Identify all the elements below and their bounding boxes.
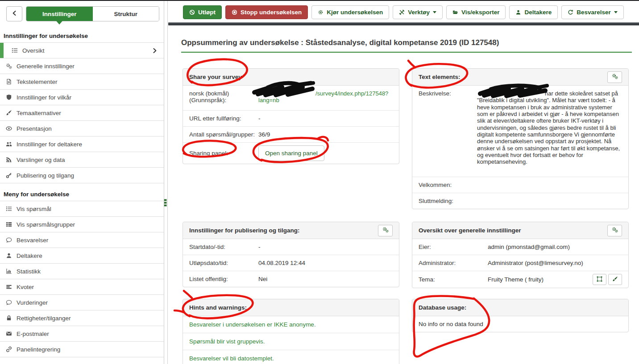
sidebar-item-temaalternativer[interactable]: Temaalternativer [0,105,164,121]
file-text-icon [6,79,12,85]
sidebar-item-vis-sporsmal[interactable]: Vis spørsmål [0,201,164,217]
participants-button[interactable]: Deltakere [509,5,558,19]
hints-warnings-panel-header: Hints and warnings: [183,299,399,316]
expiry-date-label: Utløpsdato/tid: [189,260,258,266]
sidebar-item-innstillinger-deltakere[interactable]: Innstillinger for deltakere [0,136,164,152]
toolbar-shadow [168,22,639,25]
general-settings-panel-title: Oversikt over generelle innstillinger [419,227,521,234]
sidebar-item-besvarelser[interactable]: Besvarelser [0,232,164,248]
page-title: Oppsummering av undersøkelse : Ståstedsa… [181,38,499,47]
tab-settings[interactable]: Innstillinger [26,7,93,21]
sidebar-item-generelle-innstillinger[interactable]: Generelle innstillinger [0,58,164,74]
share-survey-panel: Share your survey norsk (bokmål) (Grunns… [183,68,399,164]
survey-url-line2[interactable]: lang=nb [258,97,393,103]
sidebar-item-label: E-postmaler [17,331,49,337]
sidebar-resize-handle[interactable] [164,199,167,207]
theme-preview-button[interactable] [593,274,606,285]
sidebar-item-label: Temaalternativer [17,110,61,116]
ban-icon [189,9,195,15]
text-elements-panel: Text elements: Beskrivelse: har dette sk… [412,68,629,209]
end-url-value: - [258,115,393,122]
sidebar-item-label: Publisering og tilgang [17,172,74,179]
user-icon [515,9,521,15]
stop-survey-button[interactable]: Stopp undersøkelsen [225,5,308,19]
welcome-label: Velkommen: [419,182,477,188]
th-list-icon [6,221,12,228]
responses-icon [568,9,573,15]
sidebar-item-label: Tekstelementer [17,79,58,85]
gear-icon [318,9,324,15]
survey-url-link[interactable]: /survey4/index.php/127548? lang=nb [258,90,393,103]
run-survey-button[interactable]: Kjør undersøkelsen [311,5,389,19]
sidebar-item-vis-sporsmalsgrupper[interactable]: Vis spørsmålsgrupper [0,217,164,232]
sidebar-section-title-settings: Innstillinger for undersøkelse [4,33,164,39]
lock-icon [6,315,12,321]
start-date-value: - [258,244,393,250]
publication-access-edit-button[interactable] [378,225,393,236]
open-sharing-panel-button[interactable]: Open sharing panel [258,145,324,161]
comment-outline-icon [6,299,12,306]
administrator-value: Administrator (post@limesurvey.no) [488,260,622,266]
sidebar-item-label: Vurderinger [17,299,48,306]
sidebar-item-label: Statistikk [17,268,41,275]
theme-label: Tema: [419,276,488,283]
general-settings-panel: Oversikt over generelle innstillinger Ei… [412,222,629,288]
sidebar-item-label: Varslinger og data [17,157,65,163]
display-export-button[interactable]: Vis/eksporter [446,5,506,19]
responses-dropdown-button[interactable]: Besvarelser [561,5,624,19]
link-icon [6,346,12,352]
tab-structure[interactable]: Struktur [93,7,159,21]
envelope-icon [6,331,12,337]
listed-public-label: Listet offentlig: [189,276,258,282]
sidebar-item-rettigheter-tilganger[interactable]: Rettigheter/tilganger [0,310,164,326]
sidebar-item-kvoter[interactable]: Kvoter [0,279,164,295]
caret-down-icon [614,11,618,15]
sidebar-item-varslinger-og-data[interactable]: Varslinger og data [0,152,164,168]
sidebar-item-oversikt[interactable]: Oversikt [0,43,164,58]
hint-item: Spørsmål blir vist gruppevis. [183,333,399,350]
sidebar-item-presentasjon[interactable]: Presentasjon [0,121,164,136]
sidebar-settings-list: Oversikt Generelle innstillinger Tekstel… [0,42,164,183]
sidebar-item-tekstelementer[interactable]: Tekstelementer [0,74,164,90]
sidebar-item-deltakere[interactable]: Deltakere [0,248,164,264]
collapse-sidebar-button[interactable] [6,6,22,21]
chevron-left-icon [12,10,17,17]
eye-icon [6,125,12,132]
sidebar-item-label: Besvarelser [17,237,48,244]
sidebar-item-epostmaler[interactable]: E-postmaler [0,326,164,342]
gears-icon [612,73,618,81]
user-icon [6,252,12,259]
hints-warnings-panel: Hints and warnings: Besvarelser i unders… [183,299,399,364]
end-url-label: URL etter fullføring: [189,115,258,122]
sidebar-item-statistikk[interactable]: Statistikk [0,264,164,279]
sidebar-item-innstillinger-vilkar[interactable]: Innstillinger for vilkår [0,90,164,105]
sidebar-item-panelintegrering[interactable]: Panelintegrering [0,342,164,357]
caret-down-icon [433,11,436,15]
theme-options-button[interactable] [608,274,622,285]
description-value: har dette skoleåret satset på "Breidabli… [477,90,622,165]
expiry-date-value: 04.08.2019 12:44 [258,260,393,266]
database-usage-message: No info or no data found [419,321,622,327]
general-settings-edit-button[interactable] [607,225,622,236]
tools-dropdown-button[interactable]: Verktøy [393,5,443,19]
survey-url-line1[interactable]: /survey4/index.php/127548? [258,90,393,97]
text-elements-edit-button[interactable] [607,71,622,83]
sharing-panel-label: Sharing panel: [189,150,258,157]
gears-icon [612,227,618,234]
sidebar-menu-list: Vis spørsmål Vis spørsmålsgrupper Besvar… [0,201,164,357]
window-top-edge [0,0,639,1]
sidebar-item-vurderinger[interactable]: Vurderinger [0,295,164,310]
description-label: Beskrivelse: [419,90,477,97]
expired-button[interactable]: Utløpt [183,5,222,19]
bar-chart-icon [6,268,12,274]
sidebar-item-publisering-og-tilgang[interactable]: Publisering og tilgang [0,168,164,183]
sidebar-item-label: Deltakere [17,252,42,259]
object-group-icon [597,276,602,283]
sidebar-section-title-menu: Meny for undersøkelse [4,191,164,198]
users-icon [6,141,12,147]
hint-item: Besvarelser i undersøkelsen er IKKE anon… [183,316,399,333]
bars-icon [6,284,12,290]
database-usage-panel-header: Database usage: [412,299,628,316]
sidebar-item-label: Innstillinger for vilkår [17,94,71,101]
question-count-label: Antall spørsmål/grupper: [189,131,258,138]
